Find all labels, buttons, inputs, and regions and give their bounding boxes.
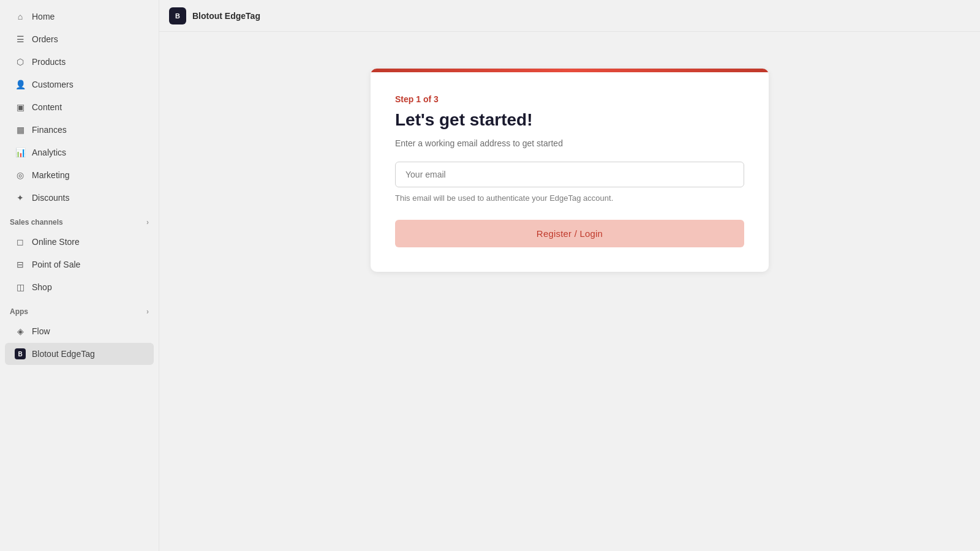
sidebar-item-label: Orders xyxy=(32,34,58,44)
sidebar-item-label: Discounts xyxy=(32,193,69,203)
finances-icon: ▦ xyxy=(15,124,26,135)
register-login-button[interactable]: Register / Login xyxy=(395,220,744,247)
app-logo: B xyxy=(169,7,186,24)
discounts-icon: ✦ xyxy=(15,192,26,203)
content-area: Step 1 of 3 Let's get started! Enter a w… xyxy=(159,32,980,551)
sidebar-item-point-of-sale[interactable]: ⊟ Point of Sale xyxy=(5,253,154,276)
sidebar-item-label: Marketing xyxy=(32,170,69,180)
sidebar-item-orders[interactable]: ☰ Orders xyxy=(5,28,154,50)
sidebar-item-finances[interactable]: ▦ Finances xyxy=(5,119,154,141)
sidebar-item-label: Point of Sale xyxy=(32,260,80,269)
card-subtitle: Enter a working email address to get sta… xyxy=(395,138,744,148)
email-hint: This email will be used to authenticate … xyxy=(395,193,744,203)
sidebar-item-analytics[interactable]: 📊 Analytics xyxy=(5,141,154,163)
sales-channels-label: Sales channels xyxy=(10,218,63,227)
sidebar-item-marketing[interactable]: ◎ Marketing xyxy=(5,164,154,186)
analytics-icon: 📊 xyxy=(15,147,26,158)
flow-icon: ◈ xyxy=(15,326,26,337)
sidebar-item-label: Online Store xyxy=(32,237,80,247)
blotout-icon: B xyxy=(15,348,26,359)
sales-channels-header: Sales channels › xyxy=(0,209,159,230)
apps-label: Apps xyxy=(10,307,28,316)
app-title: Blotout EdgeTag xyxy=(192,11,260,21)
store-icon: ◻ xyxy=(15,236,26,247)
apps-header: Apps › xyxy=(0,299,159,320)
topbar: B Blotout EdgeTag xyxy=(159,0,980,32)
sidebar-item-products[interactable]: ⬡ Products xyxy=(5,51,154,73)
sidebar-item-shop[interactable]: ◫ Shop xyxy=(5,276,154,298)
sidebar-item-label: Blotout EdgeTag xyxy=(32,349,95,359)
pos-icon: ⊟ xyxy=(15,259,26,270)
sidebar-item-blotout-edgetag[interactable]: B Blotout EdgeTag xyxy=(5,343,154,365)
sidebar-item-home[interactable]: ⌂ Home xyxy=(5,6,154,28)
sidebar-item-customers[interactable]: 👤 Customers xyxy=(5,73,154,96)
sidebar-item-label: Finances xyxy=(32,125,67,135)
main-content: B Blotout EdgeTag Step 1 of 3 Let's get … xyxy=(159,0,980,551)
sidebar-item-label: Products xyxy=(32,57,66,67)
onboarding-card: Step 1 of 3 Let's get started! Enter a w… xyxy=(371,69,769,272)
sidebar-item-label: Analytics xyxy=(32,148,66,157)
shop-icon: ◫ xyxy=(15,282,26,293)
sidebar-item-content[interactable]: ▣ Content xyxy=(5,96,154,118)
sidebar-item-label: Shop xyxy=(32,282,52,292)
sidebar-item-label: Customers xyxy=(32,80,74,89)
home-icon: ⌂ xyxy=(15,11,26,22)
customers-icon: 👤 xyxy=(15,79,26,90)
marketing-icon: ◎ xyxy=(15,170,26,181)
sidebar: ⌂ Home ☰ Orders ⬡ Products 👤 Customers ▣… xyxy=(0,0,159,551)
sales-channels-chevron-icon[interactable]: › xyxy=(146,218,149,227)
sidebar-item-discounts[interactable]: ✦ Discounts xyxy=(5,187,154,209)
sidebar-item-label: Content xyxy=(32,102,62,112)
sidebar-item-flow[interactable]: ◈ Flow xyxy=(5,320,154,342)
card-title: Let's get started! xyxy=(395,110,744,130)
email-input[interactable] xyxy=(395,162,744,187)
sidebar-item-label: Home xyxy=(32,12,55,21)
sidebar-item-online-store[interactable]: ◻ Online Store xyxy=(5,231,154,253)
step-label: Step 1 of 3 xyxy=(395,94,744,104)
products-icon: ⬡ xyxy=(15,56,26,67)
card-body: Step 1 of 3 Let's get started! Enter a w… xyxy=(371,72,769,272)
apps-chevron-icon[interactable]: › xyxy=(146,307,149,316)
orders-icon: ☰ xyxy=(15,34,26,45)
sidebar-item-label: Flow xyxy=(32,326,50,336)
content-icon: ▣ xyxy=(15,102,26,113)
